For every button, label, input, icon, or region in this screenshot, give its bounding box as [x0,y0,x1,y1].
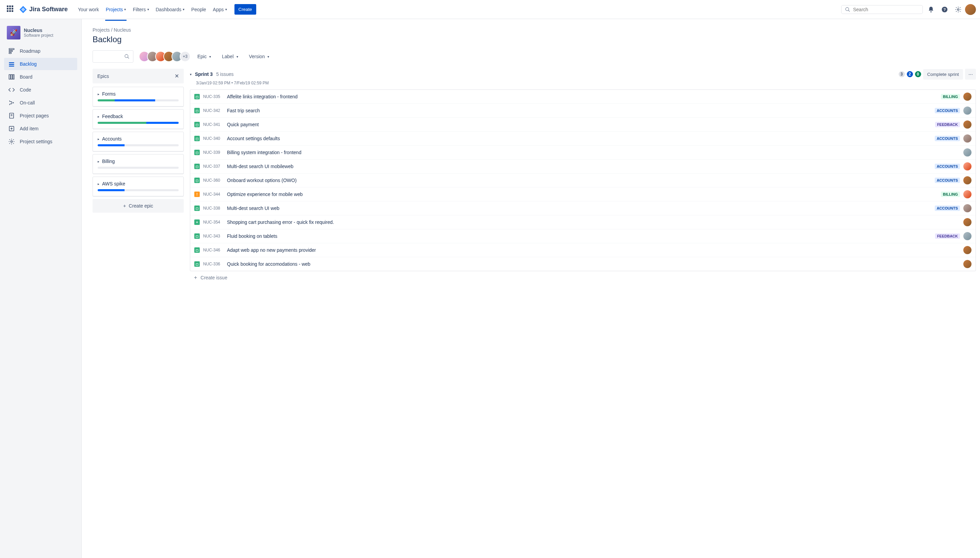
sidebar-item-backlog[interactable]: Backlog [4,58,77,70]
sidebar-icon [8,74,15,80]
epic-tag: ACCOUNTS [935,164,960,169]
filter-epic[interactable]: Epic▾ [196,53,212,61]
issue-type-icon: ◻ [194,122,200,127]
assignee-avatar[interactable] [963,162,972,171]
svg-rect-5 [9,49,14,50]
assignee-avatar[interactable] [963,120,972,129]
close-epics-icon[interactable]: ✕ [174,73,179,79]
assignee-avatar[interactable] [963,218,972,226]
inprogress-badge: 2 [907,71,913,77]
create-issue-button[interactable]: + Create issue [190,271,976,284]
assignee-avatar[interactable] [963,204,972,212]
create-epic-button[interactable]: + Create epic [92,199,184,213]
complete-sprint-button[interactable]: Complete sprint [923,69,963,80]
profile-avatar[interactable] [965,4,976,15]
nav-item-projects[interactable]: Projects▾ [102,4,130,15]
epic-card[interactable]: ▸ Accounts [92,132,184,151]
create-button[interactable]: Create [235,4,256,15]
assignee-avatar[interactable] [963,232,972,240]
issue-key: NUC-354 [203,220,223,225]
issue-title: Shopping cart purchasing error - quick f… [227,220,960,225]
sprint-more-button[interactable]: ⋯ [965,69,976,80]
issue-row[interactable]: ◻ NUC-360 Onboard workout options (OWO) … [190,174,975,187]
sidebar-item-add-item[interactable]: Add item [4,123,77,135]
issue-title: Adapt web app no new payments provider [227,247,960,253]
sprint-header: ▾ Sprint 3 5 issues 3 2 0 Complete sprin… [190,69,976,80]
issue-row[interactable]: ◻ NUC-343 Fluid booking on tablets FEEDB… [190,229,975,243]
svg-point-0 [845,8,849,11]
sidebar-item-project-settings[interactable]: Project settings [4,135,77,148]
epic-name: AWS spike [102,181,125,187]
issue-row[interactable]: ◻ NUC-336 Quick booking for accomodation… [190,257,975,271]
main-content: Projects / Nucleus Backlog +3 Epic▾Label… [82,19,980,558]
issue-list: ◻ NUC-335 Affelite links integration - f… [190,89,976,271]
assignee-avatar[interactable] [963,92,972,101]
epic-card[interactable]: ▸ AWS spike [92,177,184,196]
sidebar-icon [8,99,15,106]
backlog-search[interactable] [92,50,133,62]
sprint-name: Sprint 3 [195,71,213,77]
chevron-down-icon: ▾ [236,55,238,59]
sidebar-item-project-pages[interactable]: Project pages [4,110,77,122]
epic-tag: FEEDBACK [935,233,960,239]
issue-row[interactable]: ◻ NUC-340 Account settings defaults ACCO… [190,132,975,146]
sidebar-icon [8,48,15,54]
assignee-avatar[interactable] [963,260,972,268]
svg-rect-13 [13,74,14,79]
collapse-sprint-icon[interactable]: ▾ [190,72,192,76]
nav-item-people[interactable]: People [188,4,210,15]
sprint-issue-count: 5 issues [216,71,233,77]
issue-row[interactable]: ! NUC-344 Optimize experience for mobile… [190,187,975,202]
issue-row[interactable]: ◻ NUC-346 Adapt web app no new payments … [190,243,975,257]
filter-version[interactable]: Version▾ [248,53,271,61]
epic-card[interactable]: ▸ Billing [92,154,184,174]
epic-card[interactable]: ▸ Feedback [92,109,184,129]
issue-row[interactable]: ◻ NUC-335 Affelite links integration - f… [190,90,975,104]
epic-progress [98,189,179,191]
nav-item-apps[interactable]: Apps▾ [210,4,230,15]
global-search[interactable] [841,5,923,14]
issue-row[interactable]: ◻ NUC-341 Quick payment FEEDBACK [190,118,975,132]
assignee-avatar[interactable] [963,148,972,156]
sidebar-item-code[interactable]: Code [4,84,77,96]
sidebar-item-on-call[interactable]: On-call [4,97,77,109]
sidebar-item-roadmap[interactable]: Roadmap [4,45,77,57]
nav-item-dashboards[interactable]: Dashboards▾ [153,4,188,15]
sidebar-item-label: Code [20,87,31,92]
assignee-avatar[interactable] [963,135,972,143]
assignee-avatar[interactable] [963,246,972,254]
top-navigation: Jira Software Your workProjects▾Filters▾… [0,0,980,19]
breadcrumb-root[interactable]: Projects [92,27,110,33]
app-switcher-icon[interactable] [7,5,15,14]
sidebar-item-board[interactable]: Board [4,71,77,83]
more-avatars[interactable]: +3 [180,51,190,62]
epic-card[interactable]: ▸ Forms [92,87,184,107]
filter-label[interactable]: Label▾ [220,53,239,61]
issue-row[interactable]: ＋ NUC-354 Shopping cart purchasing error… [190,215,975,229]
issue-row[interactable]: ◻ NUC-339 Billing system integration - f… [190,146,975,159]
sidebar-icon [8,125,15,132]
product-logo[interactable]: Jira Software [19,5,68,14]
issue-row[interactable]: ◻ NUC-342 Fast trip search ACCOUNTS [190,104,975,118]
svg-point-4 [957,8,959,10]
project-header[interactable]: 🚀 Nucleus Software project [4,26,77,45]
epic-tag: ACCOUNTS [935,136,960,141]
assignee-avatar[interactable] [963,190,972,199]
settings-icon[interactable] [953,4,964,15]
assignee-filter[interactable]: +3 [139,51,190,62]
svg-point-14 [13,102,14,103]
nav-item-filters[interactable]: Filters▾ [129,4,152,15]
issue-key: NUC-346 [203,248,223,253]
issue-row[interactable]: ◻ NUC-338 Multi-dest search UI web ACCOU… [190,202,975,215]
chevron-down-icon: ▾ [268,55,269,59]
search-input[interactable] [853,7,919,12]
svg-text:?: ? [943,7,946,11]
issue-row[interactable]: ◻ NUC-337 Multi-dest search UI mobileweb… [190,159,975,174]
breadcrumb-current[interactable]: Nucleus [114,27,131,33]
notifications-icon[interactable] [926,4,936,15]
help-icon[interactable]: ? [939,4,950,15]
nav-item-your-work[interactable]: Your work [74,4,102,15]
assignee-avatar[interactable] [963,176,972,184]
assignee-avatar[interactable] [963,107,972,115]
issue-title: Onboard workout options (OWO) [227,177,931,183]
